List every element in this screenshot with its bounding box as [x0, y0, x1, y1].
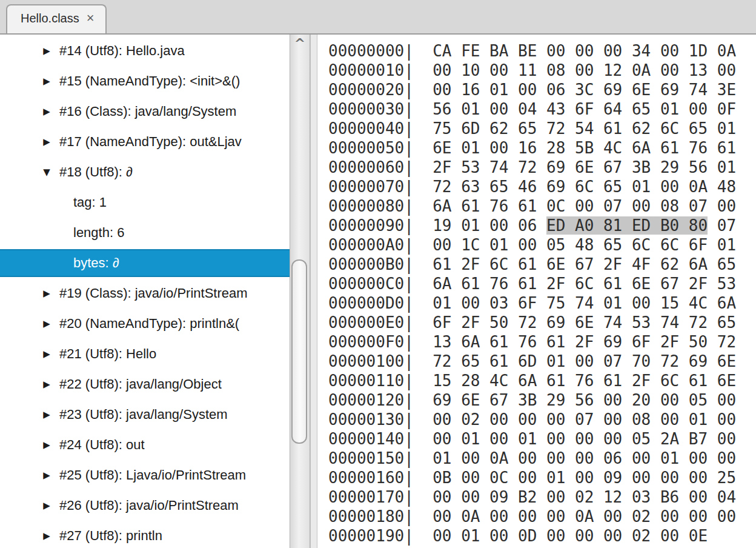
tree-item-26[interactable]: ▶#26 (Utf8): java/io/PrintStream	[0, 490, 290, 521]
hex-offset: 00000170|	[328, 488, 414, 506]
tree-item-label: length: 6	[73, 225, 124, 241]
hex-bytes: 00 01 00 0D 00 00 00 02 00 0E	[433, 527, 708, 545]
hex-offset: 00000020|	[328, 81, 414, 99]
hex-offset: 00000010|	[328, 61, 414, 79]
tree-item-18[interactable]: ▼#18 (Utf8): ∂	[0, 157, 290, 187]
tree-item-label: #20 (NameAndType): println&(	[59, 316, 239, 332]
hex-row-00000110: 00000110| 15 28 4C 6A 61 76 61 2F 6C 61 …	[328, 371, 756, 390]
tab-hello-class[interactable]: Hello.class ×	[6, 4, 107, 33]
triangle-collapsed-icon[interactable]: ▶	[39, 106, 55, 117]
hex-row-00000040: 00000040| 75 6D 62 65 72 54 61 62 6C 65 …	[328, 119, 756, 138]
triangle-collapsed-icon[interactable]: ▶	[39, 45, 55, 56]
hex-row-00000120: 00000120| 69 6E 67 3B 29 56 00 20 00 05 …	[328, 390, 756, 410]
hex-bytes: 2F 53 74 72 69 6E 67 3B 29 56 01	[433, 158, 736, 176]
hex-bytes: 6A 61 76 61 2F 6C 61 6E 67 2F 53	[433, 275, 736, 293]
hex-row-00000060: 00000060| 2F 53 74 72 69 6E 67 3B 29 56 …	[328, 158, 756, 177]
tree-item-23[interactable]: ▶#23 (Utf8): java/lang/System	[0, 399, 290, 430]
hex-offset: 00000040|	[328, 119, 414, 138]
tree-item-label: #14 (Utf8): Hello.java	[59, 43, 185, 59]
hex-offset: 00000190|	[328, 527, 414, 545]
hex-bytes: 00 1C 01 00 05 48 65 6C 6C 6F 01	[433, 236, 736, 254]
hex-bytes: 00 01 00 01 00 00 00 05 2A B7 00	[433, 430, 736, 448]
hex-offset: 00000090|	[328, 216, 414, 235]
hex-row-000000D0: 000000D0| 01 00 03 6F 75 74 01 00 15 4C …	[328, 293, 756, 313]
hex-bytes: 6A 61 76 61 0C 00 07 00 08 07 00	[433, 197, 736, 215]
triangle-collapsed-icon[interactable]: ▶	[39, 288, 55, 299]
tree-item-label: #26 (Utf8): java/io/PrintStream	[59, 498, 239, 513]
close-icon[interactable]: ×	[87, 12, 94, 25]
hex-bytes: 6F 2F 50 72 69 6E 74 53 74 72 65	[433, 313, 736, 332]
tree-item-17[interactable]: ▶#17 (NameAndType): out&Ljav	[0, 127, 290, 157]
hex-offset: 00000140|	[328, 430, 414, 448]
tree-item-15[interactable]: ▶#15 (NameAndType): <init>&()	[0, 66, 290, 96]
panel-splitter[interactable]	[310, 35, 317, 548]
tree-item-27[interactable]: ▶#27 (Utf8): println	[0, 521, 290, 548]
hex-bytes: 72 65 61 6D 01 00 07 70 72 69 6E	[433, 352, 736, 370]
scrollbar-thumb[interactable]	[291, 259, 307, 444]
triangle-collapsed-icon[interactable]: ▶	[39, 318, 55, 329]
hex-row-000000F0: 000000F0| 13 6A 61 76 61 2F 69 6F 2F 50 …	[328, 332, 756, 352]
hex-row-00000140: 00000140| 00 01 00 01 00 00 00 05 2A B7 …	[328, 429, 756, 449]
hex-bytes: 72 63 65 46 69 6C 65 01 00 0A 48	[433, 178, 736, 196]
tree-item-18-tag[interactable]: tag: 1	[0, 187, 290, 218]
tree-item-label: tag: 1	[73, 195, 107, 210]
triangle-collapsed-icon[interactable]: ▶	[39, 439, 55, 450]
tree-item-24[interactable]: ▶#24 (Utf8): out	[0, 430, 290, 460]
hex-bytes: 01 00 0A 00 00 00 06 00 01 00 00	[433, 449, 736, 467]
hex-bytes: 00 02 00 00 00 07 00 08 00 01 00	[433, 410, 736, 429]
hex-dump-view: 00000000| CA FE BA BE 00 00 00 34 00 1D …	[317, 35, 756, 548]
triangle-collapsed-icon[interactable]: ▶	[39, 76, 55, 87]
tab-title: Hello.class	[21, 12, 79, 25]
tree-item-label: #21 (Utf8): Hello	[59, 346, 156, 362]
tree-item-19[interactable]: ▶#19 (Class): java/io/PrintStream	[0, 278, 290, 309]
tree-item-label: #24 (Utf8): out	[59, 437, 145, 453]
hex-row-00000050: 00000050| 6E 01 00 16 28 5B 4C 6A 61 76 …	[328, 138, 756, 158]
chevron-up-icon[interactable]: ^	[290, 36, 310, 51]
hex-offset: 000000F0|	[328, 333, 414, 351]
tree-item-14[interactable]: ▶#14 (Utf8): Hello.java	[0, 36, 290, 66]
hex-bytes: 00 16 01 00 06 3C 69 6E 69 74 3E	[433, 81, 736, 99]
hex-row-00000180: 00000180| 00 0A 00 00 00 0A 00 02 00 00 …	[328, 507, 756, 526]
hex-offset: 000000C0|	[328, 275, 414, 293]
hex-offset: 00000110|	[328, 372, 414, 390]
tree-item-25[interactable]: ▶#25 (Utf8): Ljava/io/PrintStream	[0, 460, 290, 490]
tree-item-20[interactable]: ▶#20 (NameAndType): println&(	[0, 309, 290, 339]
triangle-collapsed-icon[interactable]: ▶	[39, 409, 55, 420]
tree-item-18-length[interactable]: length: 6	[0, 218, 290, 248]
tree-item-label: #25 (Utf8): Ljava/io/PrintStream	[59, 467, 246, 483]
tree-item-label: #16 (Class): java/lang/System	[59, 104, 236, 119]
hex-bytes: 01 00 03 6F 75 74 01 00 15 4C 6A	[433, 294, 736, 312]
hex-selected-bytes[interactable]: ED A0 81 ED B0 80	[546, 216, 708, 235]
tree-item-21[interactable]: ▶#21 (Utf8): Hello	[0, 339, 290, 369]
tree-item-label: #22 (Utf8): java/lang/Object	[59, 376, 222, 392]
triangle-collapsed-icon[interactable]: ▶	[39, 136, 55, 147]
hex-bytes: 61 2F 6C 61 6E 67 2F 4F 62 6A 65	[433, 255, 736, 273]
tree-item-18-bytes[interactable]: bytes: ∂	[0, 249, 290, 277]
triangle-collapsed-icon[interactable]: ▶	[39, 470, 55, 481]
hex-row-000000E0: 000000E0| 6F 2F 50 72 69 6E 74 53 74 72 …	[328, 313, 756, 332]
hex-row-00000030: 00000030| 56 01 00 04 43 6F 64 65 01 00 …	[328, 99, 756, 119]
hex-bytes: 69 6E 67 3B 29 56 00 20 00 05 00	[433, 391, 736, 409]
hex-offset: 00000080|	[328, 197, 414, 215]
hex-bytes: 13 6A 61 76 61 2F 69 6F 2F 50 72	[433, 333, 736, 351]
tree-item-22[interactable]: ▶#22 (Utf8): java/lang/Object	[0, 369, 290, 399]
hex-bytes: 0B 00 0C 00 01 00 09 00 00 00 25	[433, 469, 736, 487]
triangle-collapsed-icon[interactable]: ▶	[39, 530, 55, 541]
triangle-expanded-icon[interactable]: ▼	[39, 167, 55, 178]
triangle-collapsed-icon[interactable]: ▶	[39, 500, 55, 511]
triangle-collapsed-icon[interactable]: ▶	[39, 349, 55, 359]
hex-bytes: 6E 01 00 16 28 5B 4C 6A 61 76 61	[433, 139, 736, 157]
triangle-collapsed-icon[interactable]: ▶	[39, 379, 55, 390]
hex-offset: 00000160|	[328, 469, 414, 487]
hex-row-00000170: 00000170| 00 00 09 B2 00 02 12 03 B6 00 …	[328, 487, 756, 507]
hex-offset: 00000130|	[328, 410, 414, 429]
hex-row-00000190: 00000190| 00 01 00 0D 00 00 00 02 00 0E	[328, 526, 756, 546]
tree-item-16[interactable]: ▶#16 (Class): java/lang/System	[0, 96, 290, 127]
hex-row-00000010: 00000010| 00 10 00 11 08 00 12 0A 00 13 …	[328, 61, 756, 80]
hex-row-00000070: 00000070| 72 63 65 46 69 6C 65 01 00 0A …	[328, 177, 756, 196]
hex-bytes: 56 01 00 04 43 6F 64 65 01 00 0F	[433, 100, 736, 118]
hex-bytes: 75 6D 62 65 72 54 61 62 6C 65 01	[433, 119, 736, 138]
tree-scrollbar[interactable]: ^	[290, 35, 310, 548]
hex-offset: 000000B0|	[328, 255, 414, 273]
hex-offset: 000000A0|	[328, 236, 414, 254]
